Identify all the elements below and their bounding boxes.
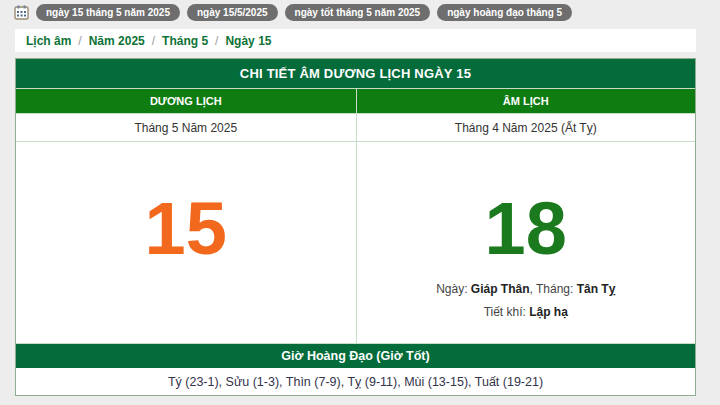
page: ngày 15 tháng 5 năm 2025 ngày 15/5/2025 … [0,0,720,405]
ngay-canchi: Giáp Thân [471,282,530,296]
solar-body: 15 [16,142,356,343]
breadcrumb-lich-am[interactable]: Lịch âm [26,34,71,48]
solar-month: Tháng 5 Năm 2025 [16,114,356,142]
tietkhi-value: Lập hạ [529,305,568,319]
tag-ngay-15-5-2025[interactable]: ngày 15/5/2025 [187,4,278,21]
hoang-dao-hours: Tý (23-1), Sửu (1-3), Thìn (7-9), Tỵ (9-… [16,368,695,395]
breadcrumb: Lịch âm / Năm 2025 / Tháng 5 / Ngày 15 [15,29,696,52]
thang-canchi: Tân Tỵ [577,282,616,296]
panel-title: CHI TIẾT ÂM DƯƠNG LỊCH NGÀY 15 [16,59,695,89]
calendar-icon [14,5,29,20]
tag-ngay-tot[interactable]: ngày tốt tháng 5 năm 2025 [285,4,431,21]
calendar-columns: DƯƠNG LỊCH Tháng 5 Năm 2025 15 ÂM LỊCH T… [16,89,695,343]
lunar-body: 18 Ngày: Giáp Thân, Tháng: Tân Tỵ Tiết k… [357,142,696,343]
lunar-month: Tháng 4 Năm 2025 (Ất Tỵ) [357,114,696,142]
breadcrumb-separator: / [78,34,81,48]
breadcrumb-separator: / [215,34,218,48]
tag-ngay-hoang-dao[interactable]: ngày hoàng đạo tháng 5 [437,4,572,21]
tietkhi-line: Tiết khí: Lập hạ [484,305,568,319]
lunar-header: ÂM LỊCH [357,89,696,114]
tag-ngay-15-thang-5[interactable]: ngày 15 tháng 5 năm 2025 [36,4,180,21]
tietkhi-label: Tiết khí: [484,305,530,319]
hoang-dao-title: Giờ Hoàng Đạo (Giờ Tốt) [16,343,695,368]
canchi-line: Ngày: Giáp Thân, Tháng: Tân Tỵ [436,282,615,296]
solar-header: DƯƠNG LỊCH [16,89,356,114]
tag-bar: ngày 15 tháng 5 năm 2025 ngày 15/5/2025 … [14,2,720,22]
breadcrumb-ngay-15[interactable]: Ngày 15 [225,34,271,48]
ngay-label: Ngày: [436,282,471,296]
breadcrumb-separator: / [152,34,155,48]
solar-day-number: 15 [145,192,227,266]
lunar-column: ÂM LỊCH Tháng 4 Năm 2025 (Ất Tỵ) 18 Ngày… [356,89,696,343]
breadcrumb-nam-2025[interactable]: Năm 2025 [89,34,145,48]
thang-label: Tháng: [536,282,577,296]
breadcrumb-thang-5[interactable]: Tháng 5 [162,34,208,48]
calendar-detail-panel: CHI TIẾT ÂM DƯƠNG LỊCH NGÀY 15 DƯƠNG LỊC… [15,58,696,396]
lunar-day-number: 18 [485,192,567,266]
solar-column: DƯƠNG LỊCH Tháng 5 Năm 2025 15 [16,89,356,343]
